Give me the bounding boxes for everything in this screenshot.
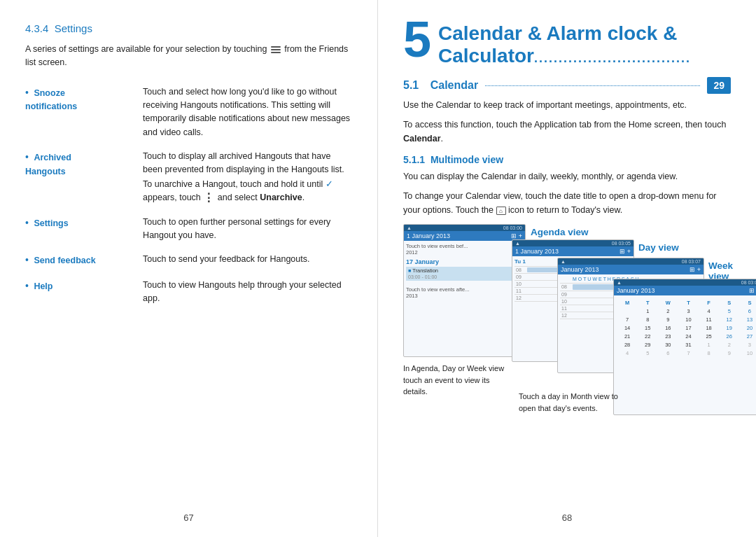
month-view-screenshot: ▲08 03:07 January 2013 ⊞ + M T W T F (613, 279, 756, 415)
cal-icon-2: + (627, 248, 631, 255)
status-bar-week: ▲08 03:07 (558, 258, 704, 265)
status-bar-day: ▲08 03:05 (512, 240, 634, 246)
unarchive-label: Unarchive (260, 193, 302, 202)
cal-date-month: January 2013 (617, 287, 655, 294)
cal-date-agenda: 1 January 2013 (407, 232, 450, 239)
term-snooze: Snoozenotifications (25, 88, 77, 112)
term-feedback: Send feedback (34, 256, 95, 265)
caption-month: Touch a day in Month view to open that d… (519, 391, 620, 414)
bullet-icon: • (25, 87, 29, 98)
settings-table: • Snoozenotifications Touch and select h… (25, 82, 352, 313)
agenda-footer: Touch to view events afte...2013 (406, 286, 523, 299)
grid-cell: 29 (638, 341, 657, 349)
grid-cell: 20 (740, 324, 756, 332)
grid-cell: 26 (720, 333, 739, 340)
right-page: 5 Calendar & Alarm clock &Calculator....… (378, 0, 756, 537)
cal-icon-1: ⊞ (620, 248, 625, 255)
grid-cell: 1 (638, 307, 657, 315)
grid-cell: 6 (740, 307, 756, 315)
grid-header: T (678, 299, 698, 307)
desc-feedback: Touch to send your feedback for Hangouts… (143, 249, 352, 275)
grid-cell: 2 (720, 341, 739, 349)
grid-cell: 12 (720, 316, 739, 323)
agenda-view-label: Agenda view (531, 227, 589, 237)
section-51-number: 5.1 (403, 79, 419, 92)
grid-cell: 8 (699, 349, 719, 357)
document-page: 4.3.4 Settings A series of settings are … (0, 0, 756, 537)
grid-cell: 13 (740, 316, 756, 323)
grid-header: M (617, 299, 637, 307)
agenda-body: Touch to view events bef...2012 17 Janua… (404, 241, 525, 301)
grid-cell (617, 307, 637, 315)
grid-cell: 25 (699, 333, 719, 340)
section-511-number: 5.1.1 (403, 154, 425, 165)
chapter-heading-block: 5 Calendar & Alarm clock &Calculator....… (403, 20, 731, 67)
calendar-bold: Calendar (403, 134, 441, 144)
grid-cell: 15 (638, 324, 657, 332)
grid-cell: 16 (658, 324, 678, 332)
cal-header-week: January 2013 ⊞ + (558, 265, 704, 274)
section-51-header: 5.1 Calendar 29 (403, 77, 731, 94)
status-bar-month: ▲08 03:07 (614, 279, 756, 286)
grid-cell: 30 (658, 341, 678, 349)
grid-cell: 4 (699, 307, 719, 315)
grid-cell: 23 (658, 333, 678, 340)
grid-header: F (699, 299, 719, 307)
chapter-dots: ................................ (534, 51, 691, 65)
grid-cell: 14 (617, 324, 637, 332)
grid-cell: 5 (720, 307, 739, 315)
left-page: 4.3.4 Settings A series of settings are … (0, 0, 378, 537)
grid-cell: 9 (658, 316, 678, 323)
month-body: M T W T F S S 1 2 3 4 5 6 (614, 295, 756, 361)
calendar-screenshots-area: ▲08 03:00 1 January 2013 ⊞ + Touch to vi… (403, 224, 731, 441)
grid-cell: 24 (678, 333, 698, 340)
dots-line (485, 85, 700, 86)
chapter-title: Calendar & Alarm clock &Calculator......… (438, 22, 731, 67)
cal-date-week: January 2013 (561, 266, 599, 273)
event-time: 03:00 - 01:00 (408, 274, 437, 279)
grid-header: S (720, 299, 739, 307)
grid-header: W (658, 299, 678, 307)
grid-cell: 3 (678, 307, 698, 315)
grid-cell: 1 (699, 341, 719, 349)
table-row: • Snoozenotifications Touch and select h… (25, 82, 352, 147)
three-dots-icon: ⋮ (203, 193, 215, 204)
bullet-icon: • (25, 151, 29, 162)
calendar-intro-2: To access this function, touch the Appli… (403, 118, 731, 146)
section-511-header: 5.1.1 Multimode view (403, 154, 731, 165)
agenda-view-screenshot: ▲08 03:00 1 January 2013 ⊞ + Touch to vi… (403, 224, 526, 357)
section-heading: 4.3.4 Settings (25, 22, 352, 34)
grid-cell: 6 (658, 349, 678, 357)
cal-icon-2: + (519, 232, 522, 239)
cal-header-agenda: 1 January 2013 ⊞ + (404, 231, 525, 241)
term-settings: Settings (34, 218, 68, 228)
desc-archived: Touch to display all archived Hangouts t… (143, 146, 352, 212)
table-row: • ArchivedHangouts Touch to display all … (25, 146, 352, 212)
grid-cell: 27 (740, 333, 756, 340)
agenda-event: ■ Translation 03:00 - 01:00 (406, 267, 523, 281)
event-dot: ■ (408, 268, 411, 273)
cal-header-day: 1 January 2013 ⊞ + (512, 246, 634, 256)
grid-cell: 8 (638, 316, 657, 323)
agenda-text: Touch to view events bef...2012 (406, 243, 523, 256)
cal-header-month: January 2013 ⊞ + (614, 286, 756, 295)
grid-cell: 22 (638, 333, 657, 340)
intro-paragraph: A series of settings are available for y… (25, 43, 352, 69)
table-row: • Help Touch to view Hangouts help throu… (25, 275, 352, 313)
grid-cell: 7 (678, 349, 698, 357)
table-row: • Settings Touch to open further persona… (25, 212, 352, 250)
agenda-day: 17 January (406, 258, 523, 265)
desc-snooze: Touch and select how long you'd like to … (143, 82, 352, 147)
term-help: Help (34, 281, 52, 291)
page-number-right: 68 (562, 512, 572, 523)
section-label: Settings (55, 22, 92, 34)
grid-cell: 17 (678, 324, 698, 332)
cal-date-day: 1 January 2013 (515, 248, 559, 255)
cal-icon-1: ⊞ (690, 266, 695, 273)
grid-cell: 2 (658, 307, 678, 315)
grid-cell: 31 (678, 341, 698, 349)
status-bar-agenda: ▲08 03:00 (404, 225, 525, 231)
menu-icon (271, 46, 281, 53)
checkmark-icon: ✓ (326, 179, 333, 189)
multimode-text-1: You can display the Calendar in daily, w… (403, 169, 731, 183)
